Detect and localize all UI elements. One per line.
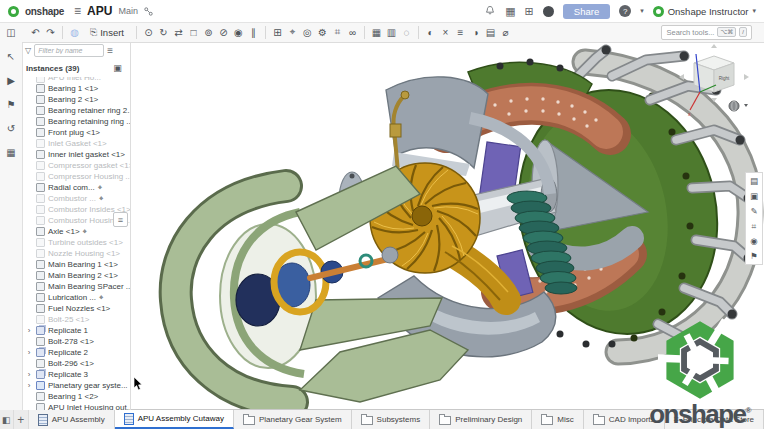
- mate-connector-icon[interactable]: ⌖: [285, 24, 300, 40]
- expand-arrow-icon[interactable]: ›: [25, 369, 33, 380]
- instance-row[interactable]: Bearing retaining ring ...: [22, 116, 130, 127]
- viewport-3d-model[interactable]: Right x: [130, 42, 764, 410]
- cylindrical-mate-icon[interactable]: ⊚: [201, 24, 216, 40]
- instance-row[interactable]: Axle <1>⌖: [22, 226, 130, 237]
- expand-arrow-icon[interactable]: ›: [25, 347, 33, 358]
- pin-slot-mate-icon[interactable]: ⊘: [216, 24, 231, 40]
- instance-row[interactable]: ›Replicate 1: [22, 325, 130, 336]
- instance-row[interactable]: Radial com...⌖: [22, 182, 130, 193]
- undo-icon[interactable]: ↶: [28, 24, 43, 40]
- expand-arrow-icon[interactable]: ›: [25, 380, 33, 391]
- filter-funnel-icon[interactable]: ▽: [25, 46, 31, 55]
- tab-planetary-gear-system[interactable]: Planetary Gear System: [234, 410, 352, 429]
- insert-cursor-icon[interactable]: ↖: [3, 49, 19, 64]
- measure-panel-icon[interactable]: ⌗: [748, 220, 761, 232]
- instance-row[interactable]: ›Planetary gear syste...: [22, 380, 130, 391]
- group-icon[interactable]: ⊞: [270, 24, 285, 40]
- instance-row[interactable]: Bolt-25 <1>: [22, 314, 130, 325]
- instance-row[interactable]: Inner inlet gasket <1>: [22, 149, 130, 160]
- explode-view-icon[interactable]: ×: [438, 24, 453, 40]
- tab-cad-imports[interactable]: CAD Imports: [584, 410, 665, 429]
- instance-row[interactable]: ›Replicate 2: [22, 347, 130, 358]
- tab-principia-data-store[interactable]: ≡Principia Data Store: [665, 410, 764, 429]
- instance-row[interactable]: Main Bearing 2 <1>: [22, 270, 130, 281]
- instance-row[interactable]: ›Replicate 3: [22, 369, 130, 380]
- notifications-bell-icon[interactable]: [484, 5, 496, 17]
- list-options-icon[interactable]: ≡: [107, 45, 113, 56]
- account-menu[interactable]: Onshape Instructor ▾: [653, 6, 756, 17]
- instance-row[interactable]: Bolt-278 <1>: [22, 336, 130, 347]
- instance-row[interactable]: Bearing 1 <2>: [22, 391, 130, 402]
- globe-status-icon[interactable]: [543, 6, 554, 17]
- revolute-mate-icon[interactable]: ↻: [156, 24, 171, 40]
- snapshot-icon[interactable]: ◐: [423, 24, 438, 40]
- show-mates-icon[interactable]: ▣: [110, 60, 125, 76]
- expand-arrow-icon[interactable]: ›: [25, 325, 33, 336]
- instance-row[interactable]: Fuel Nozzles <1>: [22, 303, 130, 314]
- instance-row[interactable]: APU Inlet Housing out...: [22, 402, 130, 410]
- ball-mate-icon[interactable]: ◉: [231, 24, 246, 40]
- panel-toggle-icon[interactable]: ◫: [3, 25, 19, 40]
- insert-button[interactable]: ⎘ Insert: [84, 26, 130, 39]
- instance-row[interactable]: Front plug <1>: [22, 127, 130, 138]
- instance-row[interactable]: Nozzle Housing <1>: [22, 248, 130, 259]
- tables-icon[interactable]: ▦: [3, 145, 19, 160]
- report-icon[interactable]: ⚑: [748, 250, 761, 262]
- rack-relation-icon[interactable]: ⌗: [330, 24, 345, 40]
- new-tab-button[interactable]: +: [14, 410, 29, 429]
- help-icon[interactable]: ?: [619, 5, 631, 17]
- instance-row[interactable]: Turbine outsides <1>: [22, 237, 130, 248]
- tangent-icon[interactable]: ◎: [300, 24, 315, 40]
- update-linked-icon[interactable]: ◍: [67, 24, 82, 40]
- measure-icon[interactable]: ⌀: [498, 24, 513, 40]
- redo-icon[interactable]: ↷: [43, 24, 58, 40]
- gear-relation-icon[interactable]: ⚙: [315, 24, 330, 40]
- document-title[interactable]: APU: [87, 4, 112, 18]
- tab-misc[interactable]: Misc: [532, 410, 583, 429]
- bom-table-icon[interactable]: ▤: [748, 175, 761, 187]
- main-menu-icon[interactable]: ≡: [74, 4, 81, 18]
- tab-apu-assembly[interactable]: APU Assembly: [29, 410, 115, 429]
- select-tool-icon[interactable]: ▶: [3, 73, 19, 88]
- instance-row[interactable]: Bearing 1 <1>: [22, 83, 130, 94]
- section-view-icon[interactable]: ◉: [748, 235, 761, 247]
- instance-row[interactable]: Lubrication ...⌖: [22, 292, 130, 303]
- linear-pattern-icon[interactable]: ▥: [384, 24, 399, 40]
- screw-relation-icon[interactable]: ∞: [345, 24, 360, 40]
- tab-apu-assembly-cutaway[interactable]: APU Assembly Cutaway: [115, 410, 234, 429]
- slider-mate-icon[interactable]: ⇄: [171, 24, 186, 40]
- branch-icon[interactable]: [144, 7, 153, 16]
- instance-row[interactable]: Main Bearing 1 <1>: [22, 259, 130, 270]
- edit-appearance-icon[interactable]: ✎: [748, 205, 761, 217]
- planar-mate-icon[interactable]: □: [186, 24, 201, 40]
- instance-row[interactable]: Inlet Gasket <1>: [22, 138, 130, 149]
- named-positions-icon[interactable]: ≡: [453, 24, 468, 40]
- instance-row[interactable]: Combustor ...⌖: [22, 193, 130, 204]
- instance-row[interactable]: Bearing retainer ring 2...: [22, 105, 130, 116]
- share-button[interactable]: Share: [563, 4, 610, 19]
- replicate-icon[interactable]: ▦: [369, 24, 384, 40]
- circular-pattern-icon[interactable]: ◌: [399, 24, 414, 40]
- filter-input[interactable]: [34, 44, 104, 57]
- instance-row[interactable]: Bearing 2 <1>: [22, 94, 130, 105]
- panel-edge-button[interactable]: ≡: [113, 212, 128, 227]
- workspace-name[interactable]: Main: [118, 6, 138, 16]
- apps-grid-icon[interactable]: ⊞: [525, 6, 534, 17]
- view-options-button[interactable]: [729, 101, 748, 111]
- spreadsheet-icon[interactable]: ▦: [505, 6, 515, 17]
- instance-row[interactable]: Compressor gasket <1>: [22, 160, 130, 171]
- search-tools-input[interactable]: Search tools... ⌥⌘ /: [661, 25, 752, 40]
- display-states-icon[interactable]: ◑: [468, 24, 483, 40]
- instance-row[interactable]: Bolt-296 <1>: [22, 358, 130, 369]
- fastened-mate-icon[interactable]: ⊙: [141, 24, 156, 40]
- parts-panel-icon[interactable]: ▣: [748, 190, 761, 202]
- help-caret-icon[interactable]: ▾: [640, 7, 644, 15]
- history-icon[interactable]: ↺: [3, 121, 19, 136]
- tab-preliminary-design[interactable]: Preliminary Design: [430, 410, 532, 429]
- graphics-viewport[interactable]: Right x ▤▣✎⌗◉⚑: [130, 42, 764, 410]
- comments-icon[interactable]: ⚑: [3, 97, 19, 112]
- tab-panel-icon[interactable]: ◧: [0, 410, 14, 429]
- parallel-mate-icon[interactable]: ∥: [246, 24, 261, 40]
- instance-row[interactable]: Compressor Housing ...: [22, 171, 130, 182]
- instance-row[interactable]: Main Bearing SPacer ...: [22, 281, 130, 292]
